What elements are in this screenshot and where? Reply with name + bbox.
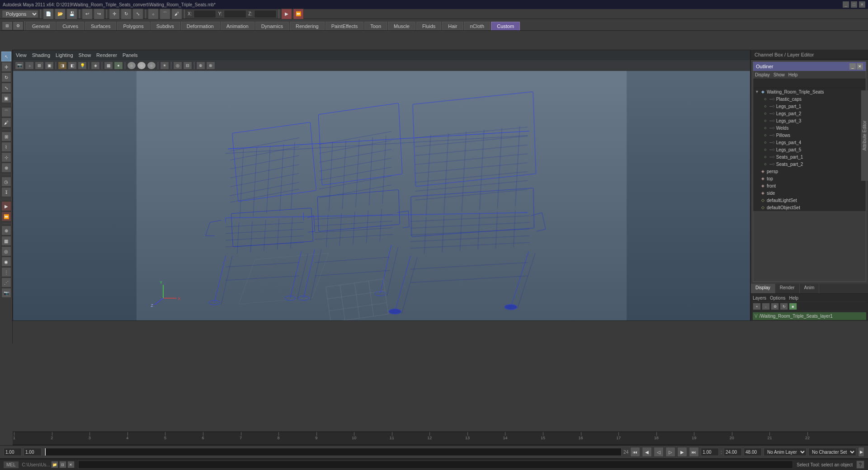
camera-btn[interactable]: 📷 bbox=[1, 288, 11, 298]
anim-options-btn[interactable]: ▶ bbox=[858, 447, 864, 457]
ipr-btn[interactable]: ⏩ bbox=[293, 9, 304, 19]
tab-muscle[interactable]: Muscle bbox=[388, 22, 415, 30]
go-end-btn[interactable]: ⏭ bbox=[689, 447, 699, 457]
lasso-btn[interactable]: ⌒ bbox=[160, 9, 170, 19]
vp-btn-wireframe-on-shaded[interactable]: ▩ bbox=[104, 61, 113, 70]
scale-btn[interactable]: ⤡ bbox=[132, 9, 143, 19]
fps-input[interactable] bbox=[744, 448, 762, 456]
settings-btn[interactable]: ⚙ bbox=[13, 21, 24, 30]
minimize-btn[interactable]: _ bbox=[843, 1, 849, 8]
vp-btn-shadow[interactable]: ☀ bbox=[160, 61, 169, 70]
refresh-layer-btn[interactable]: ↻ bbox=[780, 303, 788, 310]
open-btn[interactable]: 📂 bbox=[55, 9, 66, 19]
snap-surface-btn[interactable]: ⊗ bbox=[1, 163, 11, 173]
char-set-dropdown[interactable]: No Character Set bbox=[808, 448, 856, 456]
vp-btn-wireframe[interactable]: ▣ bbox=[45, 61, 54, 70]
tree-item-seats1[interactable]: ○ ─○ Seats_part_1 bbox=[753, 153, 866, 160]
vp-panels-menu[interactable]: Panels bbox=[123, 52, 138, 58]
tree-item-side[interactable]: ◈ side bbox=[753, 189, 866, 197]
outliner-close[interactable]: ✕ bbox=[857, 63, 863, 70]
timeline-ruler[interactable]: 12345678910111213141516171819202122 bbox=[13, 432, 868, 445]
outliner-search-input[interactable] bbox=[753, 79, 866, 88]
y-input[interactable] bbox=[224, 10, 246, 18]
play-fwd-btn[interactable]: ▷ bbox=[665, 447, 675, 457]
outliner-menu-show[interactable]: Show bbox=[774, 72, 785, 77]
show-manip-btn[interactable]: ⊕ bbox=[1, 226, 11, 235]
snap-grid-btn[interactable]: ⊞ bbox=[1, 132, 11, 141]
tab-ncloth[interactable]: nCloth bbox=[464, 22, 490, 30]
lasso-tool-btn[interactable]: ⌒ bbox=[1, 107, 11, 117]
maximize-btn[interactable]: □ bbox=[851, 1, 857, 8]
vp-btn-lighting[interactable]: 💡 bbox=[78, 61, 87, 70]
tab-curves[interactable]: Curves bbox=[57, 22, 84, 30]
tree-item-legs5[interactable]: ○ ─○ Legs_part_5 bbox=[753, 146, 866, 153]
tab-hair[interactable]: Hair bbox=[442, 22, 463, 30]
vp-btn-bookmark[interactable]: ⊟ bbox=[183, 61, 192, 70]
rotate-tool-btn[interactable]: ↻ bbox=[1, 72, 11, 82]
go-start-btn[interactable]: ⏮ bbox=[630, 447, 640, 457]
layers-menu-options[interactable]: Options bbox=[770, 296, 785, 301]
bottom-tab-anim[interactable]: Anim bbox=[800, 284, 820, 293]
next-frame-btn[interactable]: ▶ bbox=[677, 447, 687, 457]
last-tool-btn[interactable]: ▣ bbox=[1, 93, 11, 103]
z-input[interactable] bbox=[254, 10, 277, 18]
anim-layer-dropdown[interactable]: No Anim Layer bbox=[764, 448, 807, 456]
tab-dynamics[interactable]: Dynamics bbox=[255, 22, 289, 30]
tab-subdivs[interactable]: Subdivs bbox=[151, 22, 180, 30]
soft-mod-btn[interactable]: ◉ bbox=[1, 257, 11, 267]
select-tool-btn[interactable]: ↖ bbox=[1, 52, 11, 61]
vp-btn-light1[interactable]: ○ bbox=[127, 61, 136, 70]
tree-item-default-light-set[interactable]: ◇ defaultLightSet bbox=[753, 197, 866, 204]
sculpt-btn[interactable]: ◎ bbox=[1, 246, 11, 256]
nonlinear-btn[interactable]: ⋰ bbox=[1, 277, 11, 287]
tab-animation[interactable]: Animation bbox=[221, 22, 255, 30]
current-frame-input[interactable] bbox=[24, 448, 42, 456]
undo-btn[interactable]: ↩ bbox=[82, 9, 93, 19]
vp-lighting-menu[interactable]: Lighting bbox=[56, 52, 73, 58]
render-region-btn[interactable]: ▶ bbox=[1, 201, 11, 211]
select-btn[interactable]: ⬦ bbox=[148, 9, 159, 19]
vp-btn-select-cam[interactable]: ⊕ bbox=[196, 61, 205, 70]
vp-btn-smooth-shade[interactable]: ● bbox=[114, 61, 123, 70]
close-cmd-btn[interactable]: ✕ bbox=[67, 461, 75, 468]
outliner-menu-help[interactable]: Help bbox=[788, 72, 798, 77]
vp-show-menu[interactable]: Show bbox=[79, 52, 91, 58]
tree-item-top[interactable]: ◈ top bbox=[753, 175, 866, 182]
tab-custom[interactable]: Custom bbox=[491, 22, 520, 30]
tree-item-seats2[interactable]: ○ ─○ Seats_part_2 bbox=[753, 160, 866, 168]
start-time-input[interactable] bbox=[4, 448, 22, 456]
bottom-tab-render[interactable]: Render bbox=[775, 284, 800, 293]
layer-color-btn[interactable]: ■ bbox=[789, 303, 797, 310]
command-line-input[interactable] bbox=[78, 461, 793, 469]
vp-btn-xray[interactable]: ◈ bbox=[91, 61, 100, 70]
delete-layer-btn[interactable]: - bbox=[762, 303, 770, 310]
move-btn[interactable]: ✛ bbox=[109, 9, 120, 19]
prev-frame-btn[interactable]: ◀ bbox=[642, 447, 652, 457]
timeline-playback[interactable] bbox=[43, 448, 622, 456]
tree-item-legs1[interactable]: ○ ─○ Legs_part_1 bbox=[753, 103, 866, 110]
tree-item-pillows[interactable]: ○ ─○ Pillows bbox=[753, 132, 866, 139]
timeline-area[interactable]: 12345678910111213141516171819202122 bbox=[13, 432, 868, 445]
create-layer-btn[interactable]: + bbox=[753, 303, 761, 310]
vp-shading-menu[interactable]: Shading bbox=[32, 52, 50, 58]
tab-deformation[interactable]: Deformation bbox=[181, 22, 220, 30]
vp-btn-light2[interactable]: ○ bbox=[137, 61, 146, 70]
mode-selector[interactable]: Polygons Surfaces Dynamics Rendering bbox=[2, 10, 38, 18]
tree-item-welds[interactable]: ○ ─○ Welds bbox=[753, 124, 866, 132]
vp-btn-texture[interactable]: ◧ bbox=[68, 61, 77, 70]
terminal-btn[interactable]: ⊡ bbox=[59, 461, 66, 468]
lattice-btn[interactable]: ⋮ bbox=[1, 267, 11, 277]
tree-item-plastic-caps[interactable]: ○ ─○ Plastic_caps bbox=[753, 95, 866, 103]
tree-item-persp[interactable]: ◈ persp bbox=[753, 168, 866, 175]
history-btn[interactable]: ◷ bbox=[1, 177, 11, 187]
layer-visibility[interactable]: V bbox=[755, 314, 758, 319]
input-ops-btn[interactable]: ↧ bbox=[1, 187, 11, 197]
redo-btn[interactable]: ↪ bbox=[94, 9, 104, 19]
tab-rendering[interactable]: Rendering bbox=[290, 22, 325, 30]
save-btn[interactable]: 💾 bbox=[66, 9, 77, 19]
quick-layout-btn[interactable]: ⊞ bbox=[2, 21, 13, 30]
outliner-minimize[interactable]: _ bbox=[849, 63, 856, 70]
viewport[interactable]: View Shading Lighting Show Renderer Pane… bbox=[13, 50, 750, 321]
outliner-menu-display[interactable]: Display bbox=[755, 72, 770, 77]
snap-point-btn[interactable]: ⊹ bbox=[1, 152, 11, 162]
